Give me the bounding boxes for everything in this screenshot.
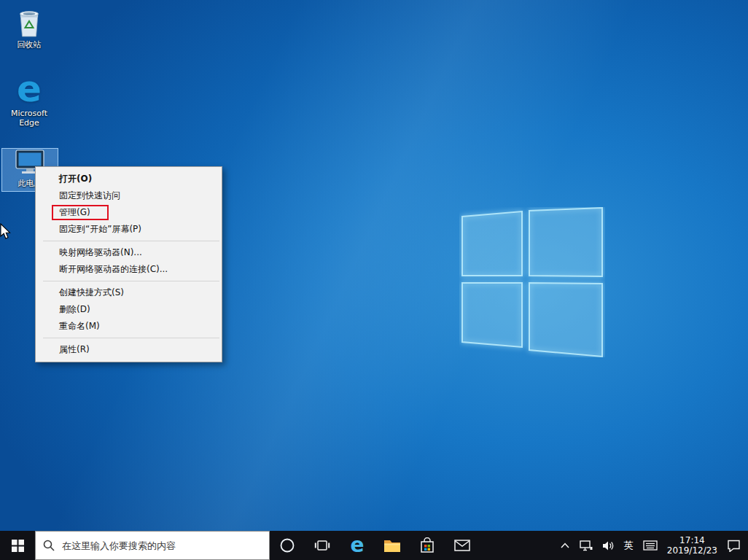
network-icon [580, 540, 593, 551]
icon-label-recycle-bin: 回收站 [17, 40, 42, 50]
taskbar-edge-button[interactable]: e [340, 531, 375, 560]
desktop-icon-recycle-bin[interactable]: 回收站 [1, 6, 57, 50]
menu-item-map-network-drive[interactable]: 映射网络驱动器(N)... [36, 244, 222, 261]
cortana-button[interactable] [270, 531, 305, 560]
recycle-bin-icon [15, 6, 43, 38]
taskbar-store-button[interactable] [410, 531, 445, 560]
context-menu: 打开(O) 固定到快速访问 管理(G) 固定到“开始”屏幕(P) 映射网络驱动器… [35, 166, 222, 362]
chevron-up-icon [560, 542, 570, 549]
cortana-icon [279, 537, 295, 553]
menu-separator [43, 241, 219, 241]
search-input[interactable] [61, 540, 262, 552]
tray-volume[interactable] [602, 540, 615, 551]
menu-item-pin-quick-access[interactable]: 固定到快速访问 [36, 187, 222, 204]
task-view-icon [314, 539, 330, 552]
tray-network[interactable] [580, 540, 593, 551]
clock-date: 2019/12/23 [667, 545, 717, 556]
store-icon [420, 537, 435, 553]
taskbar-mail-button[interactable] [445, 531, 480, 560]
menu-separator [43, 338, 219, 338]
menu-separator [43, 281, 219, 281]
touch-keyboard-icon [643, 540, 658, 551]
tray-ime-language[interactable]: 英 [624, 539, 634, 552]
menu-item-properties[interactable]: 属性(R) [36, 341, 222, 358]
edge-icon: e [351, 535, 365, 556]
desktop-icon-edge[interactable]: e Microsoft Edge [1, 73, 57, 128]
taskbar-file-explorer-button[interactable] [375, 531, 410, 560]
tray-show-hidden-icons[interactable] [560, 542, 570, 549]
volume-icon [602, 540, 615, 551]
windows-start-icon [12, 540, 24, 552]
clock-time: 17:14 [667, 535, 717, 545]
task-view-button[interactable] [305, 531, 340, 560]
taskbar-clock[interactable]: 17:14 2019/12/23 [667, 535, 717, 556]
system-tray: 英 17:14 2019/12/23 [560, 531, 748, 560]
tray-touch-keyboard[interactable] [643, 540, 658, 551]
menu-item-manage[interactable]: 管理(G) [36, 204, 222, 221]
menu-item-open[interactable]: 打开(O) [36, 171, 222, 187]
action-center-button[interactable] [727, 540, 741, 552]
icon-label-edge: Microsoft Edge [2, 109, 56, 128]
menu-item-disconnect-network-drive[interactable]: 断开网络驱动器的连接(C)... [36, 261, 222, 278]
menu-item-delete[interactable]: 删除(D) [36, 301, 222, 318]
windows-logo-wallpaper [459, 207, 605, 357]
file-explorer-icon [383, 539, 401, 553]
mail-icon [454, 540, 470, 551]
menu-item-create-shortcut[interactable]: 创建快捷方式(S) [36, 284, 222, 301]
menu-item-rename[interactable]: 重命名(M) [36, 318, 222, 335]
menu-item-pin-start[interactable]: 固定到“开始”屏幕(P) [36, 221, 222, 238]
edge-icon: e [17, 73, 42, 106]
search-icon [43, 540, 55, 551]
taskbar-search[interactable] [35, 531, 270, 560]
action-center-icon [727, 540, 741, 552]
taskbar: e [0, 531, 748, 560]
start-button[interactable] [0, 531, 35, 560]
